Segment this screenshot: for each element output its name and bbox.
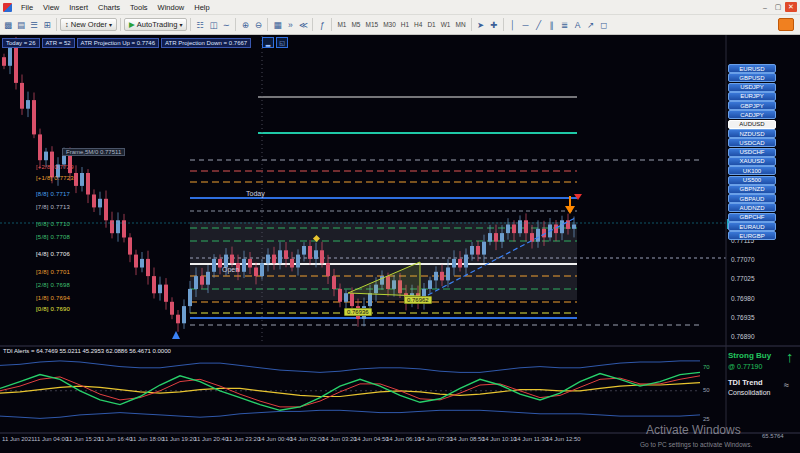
autotrading-button-label: AutoTrading [137,20,178,29]
menu-window[interactable]: Window [153,2,190,13]
new-order-button[interactable]: ↕New Order▾ [60,18,117,31]
dropdown-caret-icon: ▾ [179,21,182,28]
timeframe-m1[interactable]: M1 [335,20,348,29]
strong-buy-arrow-icon: ↑ [786,348,794,365]
new-chart-icon[interactable]: ▩ [2,17,14,32]
symbol-button-gbpnzd[interactable]: GBPNZD [728,185,776,194]
timeframe-h1[interactable]: H1 [399,20,411,29]
line-chart-icon[interactable]: ∼ [220,17,232,32]
toolbar-separator [120,18,121,31]
time-axis-label: 14 Jun 07:30 [418,436,453,442]
symbol-button-gbpaud[interactable]: GBPAUD [728,194,776,203]
symbol-button-xauusd[interactable]: XAUUSD [728,157,776,166]
toolbar-separator [56,18,57,31]
symbol-button-usdchf[interactable]: USDCHF [728,148,776,157]
consolidation-wave-icon: ≈ [784,380,789,390]
profiles-icon[interactable]: ▤ [15,17,27,32]
symbol-button-gbpusd[interactable]: GBPUSD [728,73,776,82]
cursor-icon[interactable]: ➤ [475,17,487,32]
toolbar: ▩▤☰⊞↕New Order▾▶AutoTrading▾☷◫∼⊕⊖▦»≪ƒM1M… [0,15,800,35]
horizontal-line-icon[interactable]: ─ [520,17,532,32]
symbol-button-uk100[interactable]: UK100 [728,166,776,175]
menu-charts[interactable]: Charts [93,2,125,13]
timeframe-d1[interactable]: D1 [425,20,437,29]
symbol-button-audusd[interactable]: AUDUSD [728,120,776,129]
channel-icon[interactable]: ∥ [546,17,558,32]
trend-value: Consolidation [728,388,800,399]
chart-canvas[interactable] [0,0,800,453]
candlestick-chart-icon[interactable]: ◫ [207,17,219,32]
time-axis-label: 14 Jun 04:50 [354,436,389,442]
symbol-button-cadjpy[interactable]: CADJPY [728,110,776,119]
bar-chart-icon[interactable]: ☷ [194,17,206,32]
time-axis-label: 14 Jun 11:30 [514,436,548,442]
zoom-in-icon[interactable]: ⊕ [239,17,251,32]
timeframe-h4[interactable]: H4 [412,20,424,29]
alert-icon[interactable] [778,18,794,31]
toolbar-separator [312,18,313,31]
symbol-button-usdcad[interactable]: USDCAD [728,138,776,147]
symbol-button-audnzd[interactable]: AUDNZD [728,203,776,212]
today-line-label: Today [246,190,265,197]
murrey-level-label: [8/8] 0.7717 [36,191,70,197]
maximize-button[interactable]: ▢ [772,2,784,12]
market-watch-panel: EURUSDGBPUSDUSDJPYEURJPYGBPJPYCADJPYAUDU… [728,64,776,241]
menu-tools[interactable]: Tools [125,2,153,13]
shapes-icon[interactable]: ◻ [598,17,610,32]
toolbar-separator [190,18,191,31]
autotrading-button[interactable]: ▶AutoTrading▾ [124,18,187,31]
symbol-button-gbpchf[interactable]: GBPCHF [728,213,776,222]
time-axis-label: 14 Jun 08:50 [450,436,485,442]
time-axis-label: 14 Jun 03:20 [322,436,357,442]
menu-file[interactable]: File [16,2,38,13]
indicator-restore-button[interactable]: ◱ [276,37,288,48]
toolbar-separator [267,18,268,31]
activate-windows-watermark: Activate Windows [646,423,741,437]
symbol-button-us500[interactable]: US500 [728,176,776,185]
close-button[interactable]: ✕ [785,2,797,12]
time-axis-label: 11 Jun 2021 [2,436,35,442]
chart-info-box: ATR Projection Down = 0.7667 [161,38,251,48]
symbol-button-euraud[interactable]: EURAUD [728,222,776,231]
minimized-indicator-controls: ▂ ◱ [262,37,288,48]
price-axis-label: 0.76935 [731,314,755,321]
timeframe-m5[interactable]: M5 [349,20,362,29]
timeframe-m15[interactable]: M15 [363,20,380,29]
timeframe-mn[interactable]: MN [453,20,467,29]
chart-info-box: ATR Projection Up = 0.7746 [77,38,159,48]
arrows-icon[interactable]: ↗ [585,17,597,32]
price-axis-label: 0.77070 [731,256,755,263]
menu-insert[interactable]: Insert [64,2,93,13]
symbol-button-eurjpy[interactable]: EURJPY [728,92,776,101]
auto-scroll-icon[interactable]: » [284,17,296,32]
symbol-button-eurgbp[interactable]: EURGBP [728,231,776,240]
tile-windows-icon[interactable]: ▦ [271,17,283,32]
timeframe-m30[interactable]: M30 [381,20,398,29]
minimize-button[interactable]: – [759,2,771,12]
navigator-icon[interactable]: ⊞ [41,17,53,32]
toolbar-separator [471,18,472,31]
toolbar-separator [503,18,504,31]
vertical-line-icon[interactable]: │ [507,17,519,32]
symbol-button-eurusd[interactable]: EURUSD [728,64,776,73]
indicators-icon[interactable]: ƒ [316,17,328,32]
fibonacci-icon[interactable]: ≣ [559,17,571,32]
text-icon[interactable]: A [572,17,584,32]
symbol-button-gbpjpy[interactable]: GBPJPY [728,101,776,110]
timeframe-w1[interactable]: W1 [439,20,453,29]
price-tag: 0.76962 [404,296,432,304]
price-tag: 0.76936 [344,308,372,316]
indicator-minimize-button[interactable]: ▂ [262,37,274,48]
chart-shift-icon[interactable]: ≪ [297,17,309,32]
app-icon [3,3,12,12]
symbol-button-usdjpy[interactable]: USDJPY [728,83,776,92]
zoom-out-icon[interactable]: ⊖ [252,17,264,32]
time-axis-label: 14 Jun 02:00 [290,436,325,442]
menu-view[interactable]: View [38,2,64,13]
symbol-button-nzdusd[interactable]: NZDUSD [728,129,776,138]
menu-bar: FileViewInsertChartsToolsWindowHelp – ▢ … [0,0,800,15]
market-watch-icon[interactable]: ☰ [28,17,40,32]
menu-help[interactable]: Help [189,2,214,13]
trendline-icon[interactable]: ╱ [533,17,545,32]
crosshair-icon[interactable]: ✚ [488,17,500,32]
